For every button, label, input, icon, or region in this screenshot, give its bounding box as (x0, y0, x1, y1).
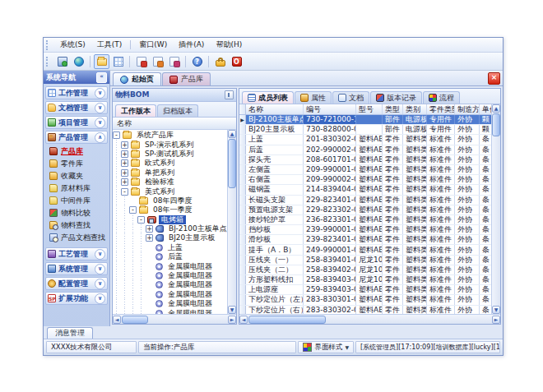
toolbar-button-lock[interactable] (212, 54, 228, 69)
sidebar-group-header-6[interactable]: 配置管理∨ (45, 277, 108, 290)
table-row[interactable]: 预置电源支架229-823302-00X塑料ABS零件塑料类标准件外协条 (239, 205, 491, 215)
menu-item-1[interactable]: 工具(T) (91, 39, 128, 51)
scroll-down-icon[interactable]: ▼ (228, 306, 236, 314)
sidebar-group-header-5[interactable]: 系统管理∨ (45, 262, 108, 275)
scrollbar-thumb[interactable] (122, 316, 148, 324)
tree-node-SP-演示机系列[interactable]: +SP-演示机系列 (113, 140, 227, 149)
doc-tab-产品库[interactable]: 产品库 (162, 72, 211, 85)
sidebar-group-header-7[interactable]: 扩展功能∨ (45, 292, 108, 305)
column-header-零件类型[interactable]: 零件类型 (427, 104, 455, 114)
tree-node-SP-测试机系列[interactable]: +SP-测试机系列 (113, 150, 227, 159)
scroll-down-icon[interactable]: ▼ (492, 306, 500, 314)
sidebar-item-原材料库[interactable]: 原材料库 (49, 182, 108, 194)
doc-tab-起始页[interactable]: 起始页 (113, 72, 161, 85)
column-header-制造方式[interactable]: 制造方式 (455, 104, 480, 114)
close-icon[interactable]: × (488, 72, 500, 85)
menu-item-4[interactable]: 帮助(H) (210, 39, 248, 51)
tree-node-欧式系列[interactable]: +欧式系列 (113, 159, 227, 168)
table-row[interactable]: BJ20主显示板730-828000-04X部件电源板专用件外协颗 (239, 125, 491, 135)
toolbar-button-globe[interactable] (71, 54, 86, 69)
tree-node-金属膜电阻器[interactable]: 金属膜电阻器 (113, 299, 227, 308)
column-header-类型[interactable]: 类型 (383, 104, 403, 114)
sidebar-group-header-0[interactable]: 工作管理∨ (45, 86, 108, 99)
table-vertical-scrollbar[interactable]: ▲ ▼ (491, 104, 500, 314)
tree-node-上盖[interactable]: 上盖 (113, 243, 227, 252)
menubar-grip[interactable] (46, 40, 51, 50)
scroll-up-icon[interactable]: ▲ (228, 130, 236, 138)
table-row[interactable]: 上盖201-830302-00X塑料ABS零件塑料类标准件外协条 (239, 135, 491, 145)
collapse-icon[interactable]: - (113, 131, 120, 139)
column-header-型号[interactable]: 型号 (356, 104, 383, 114)
message-manager-tab[interactable]: 消息管理 (47, 327, 93, 339)
collapse-icon[interactable]: - (129, 206, 137, 214)
tree-node-金属膜电阻器[interactable]: 金属膜电阻器 (113, 261, 227, 270)
collapse-icon[interactable]: - (137, 216, 145, 224)
sidebar-group-header-1[interactable]: 文档管理∨ (45, 101, 108, 114)
scroll-right-icon[interactable]: ► (492, 316, 500, 324)
expand-icon[interactable]: + (121, 150, 128, 158)
collapse-icon[interactable]: - (121, 188, 128, 196)
toolbar-button-doc-new[interactable] (133, 54, 149, 69)
sidebar-item-零件库[interactable]: 零件库 (49, 158, 108, 169)
tree-node-08年一季度[interactable]: -08年一季度 (113, 205, 227, 214)
detail-tab-属性[interactable]: 属性 (295, 91, 332, 104)
pin-icon[interactable] (225, 90, 234, 99)
column-header-名称[interactable]: 名称 (246, 104, 304, 114)
toolbar-button-doc-export[interactable] (166, 54, 182, 69)
detail-tab-成员列表[interactable]: 成员列表 (242, 91, 294, 104)
tree-node-检验标准[interactable]: +检验标准 (113, 178, 227, 187)
column-header-类别[interactable]: 类别 (403, 104, 427, 114)
tree-node-电烤箱[interactable]: -电烤箱 (113, 215, 227, 224)
table-row[interactable]: 长磁头支架229-823401-00X塑料ABS零件塑料类标准件外协条 (239, 196, 491, 205)
table-horizontal-scrollbar[interactable]: ◄ ► (239, 314, 500, 324)
table-row[interactable]: 磁钢盖214-839404-01X塑料ABS零件塑料类标准件外协条 (239, 185, 491, 195)
bom-tree-column-header[interactable]: 名称 (113, 118, 236, 130)
bom-tree-horizontal-scrollbar[interactable]: ◄ ► (113, 314, 236, 324)
chevron-down-icon[interactable]: ∨ (95, 293, 105, 304)
bom-tree-vertical-scrollbar[interactable]: ▲ ▼ (227, 130, 236, 314)
tree-node-金属膜电阻器[interactable]: 金属膜电阻器 (113, 308, 227, 314)
tree-node-金属膜电阻器[interactable]: 金属膜电阻器 (113, 280, 227, 289)
bom-tab-工作版本[interactable]: 工作版本 (115, 104, 156, 117)
tree-node-BJ-2100主板单点[interactable]: +BJ-2100主板单点 (113, 224, 227, 233)
scroll-right-icon[interactable]: ► (228, 316, 236, 324)
toolbar-button-help[interactable] (189, 54, 205, 69)
sidebar-collapse-button[interactable]: « (96, 72, 107, 83)
table-row[interactable]: 下纱定位片（右）283-830302-00X塑料ABS零件塑料类标准件外协条 (239, 306, 491, 314)
table-row[interactable]: 压线夹（一）258-839401-00X尼龙1010零件塑料类标准件外协条 (239, 256, 491, 265)
sidebar-group-header-3[interactable]: 产品管理∧ (45, 131, 108, 144)
toolbar-grip[interactable] (46, 57, 51, 67)
tree-node-08年四季度[interactable]: 08年四季度 (113, 196, 227, 205)
table-row[interactable]: 方形塑料线扣258-839403-00X尼龙1010零件塑料类标准件外协条 (239, 275, 491, 285)
table-row[interactable]: 挡纱板239-990001-01X塑料ABS零件塑料类标准件外协条 (239, 225, 491, 235)
table-row[interactable]: 接纱轮护罩236-823301-00X塑料ABS零件塑料类标准件外协条 (239, 215, 491, 225)
tree-node-金属膜电阻器[interactable]: 金属膜电阻器 (113, 290, 227, 299)
tree-node-单把系列[interactable]: +单把系列 (113, 168, 227, 178)
toolbar-button-doc-import[interactable] (150, 54, 165, 69)
scrollbar-thumb[interactable] (492, 113, 500, 136)
tree-node-金属膜电阻器[interactable]: 金属膜电阻器 (113, 271, 227, 280)
chevron-down-icon[interactable]: ∨ (95, 88, 105, 99)
column-header-单位[interactable]: 单位 (480, 104, 491, 114)
sidebar-item-收藏夹[interactable]: 收藏夹 (49, 170, 108, 182)
table-row[interactable]: 后盖202-990002-01X塑料ABS零件塑料类标准件外协条 (239, 145, 491, 155)
chevron-down-icon[interactable]: ∨ (95, 118, 105, 128)
toolbar-button-grid-view[interactable] (110, 54, 126, 69)
scrollbar-thumb[interactable] (228, 139, 236, 188)
table-row[interactable]: 下纱定位片（左）283-830301-00X塑料ABS零件塑料类标准件外协条 (239, 295, 491, 305)
expand-icon[interactable]: + (121, 159, 128, 167)
ui-style-dropdown[interactable]: 界面样式 ▼ (298, 341, 354, 353)
table-row[interactable]: 滑纱板239-823401-00X塑料ABS零件塑料类标准件外协条 (239, 235, 491, 245)
table-row[interactable]: 右侧盖209-990002-01X塑料ABS零件塑料类标准件外协条 (239, 175, 491, 185)
detail-tab-版本记录[interactable]: 版本记录 (370, 91, 422, 104)
scroll-left-icon[interactable]: ◄ (113, 316, 121, 324)
toolbar-button-open-library[interactable] (94, 54, 109, 69)
scroll-left-icon[interactable]: ◄ (239, 316, 248, 324)
table-row[interactable]: 上电源座259-839403-00X塑料ABS零件塑料类标准件外协条 (239, 285, 491, 295)
table-row[interactable]: 左侧盖209-990001-01X塑料ABS零件塑料类标准件外协条 (239, 165, 491, 175)
sidebar-item-物料比较[interactable]: 物料比较 (49, 207, 108, 219)
toolbar-button-exit[interactable] (229, 54, 244, 69)
table-row[interactable]: 提手（A．B）249-990001-01X塑料ABS零件塑料类标准件外协条 (239, 245, 491, 255)
detail-tab-文档[interactable]: 文档 (332, 91, 369, 104)
table-row[interactable]: ▶BJ-2100主板单点730-721000-12X部件电源板专用件外协颗 (239, 115, 491, 125)
